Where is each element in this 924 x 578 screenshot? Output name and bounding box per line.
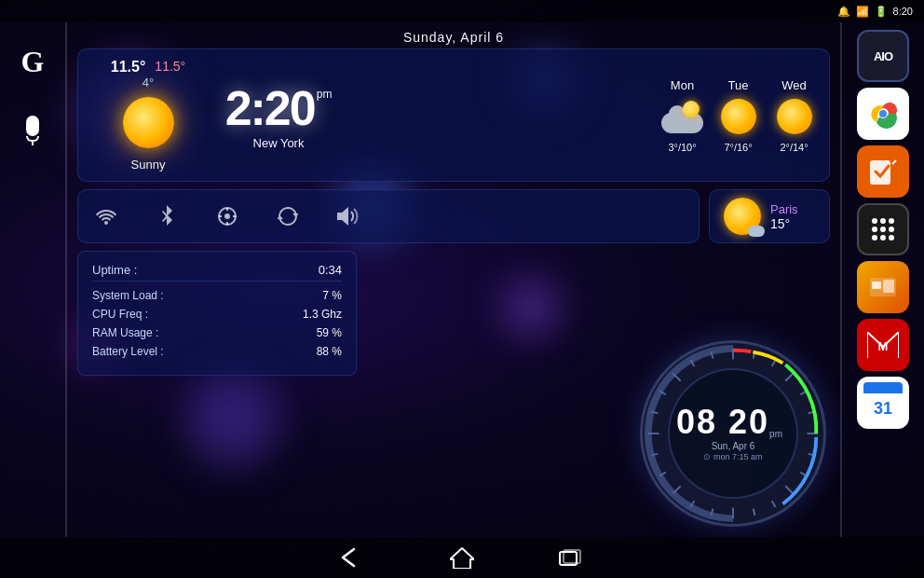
- sync-icon: [278, 206, 298, 227]
- svg-line-10: [785, 374, 793, 381]
- wifi-toggle[interactable]: [88, 198, 125, 235]
- paris-weather[interactable]: Paris 15°: [709, 189, 830, 243]
- sync-toggle[interactable]: [269, 198, 306, 235]
- feels-like-temp: 4°: [143, 76, 154, 89]
- gmail-icon: M: [867, 332, 899, 358]
- mon-temp: 3°/10°: [668, 142, 696, 153]
- condition-label: Sunny: [131, 158, 166, 172]
- analog-clock-alarm: ⊙ mon 7:15 am: [703, 452, 762, 461]
- svg-point-44: [880, 235, 886, 241]
- wed-icon: [773, 96, 815, 138]
- date-header: Sunday, April 6: [77, 30, 830, 45]
- clock-digits: 2:20: [225, 80, 315, 136]
- google-search-button[interactable]: G: [12, 41, 53, 82]
- aio-icon: AIO: [874, 49, 892, 63]
- ram-usage-value: 59 %: [317, 326, 342, 339]
- analog-clock-date: Sun, Apr 6: [712, 441, 755, 451]
- controls-row: Paris 15°: [77, 189, 830, 243]
- svg-point-34: [879, 110, 887, 117]
- cpu-freq-row: CPU Freq : 1.3 Ghz: [92, 308, 342, 321]
- bluetooth-icon: [159, 205, 174, 227]
- analog-clock-ampm: pm: [769, 429, 782, 439]
- alarm-icon: 🔔: [837, 6, 850, 18]
- analog-clock-outer: 08 20 pm Sun, Apr 6 ⊙ mon 7:15 am: [640, 340, 826, 527]
- forecast-section: Mon 3°/10° Tue 7°/16° Wed: [353, 78, 815, 153]
- mon-label: Mon: [671, 78, 694, 92]
- location-icon: [217, 206, 238, 227]
- svg-point-38: [880, 218, 886, 224]
- svg-rect-55: [863, 390, 903, 393]
- battery-icon: 🔋: [875, 6, 888, 18]
- chrome-icon: [867, 98, 899, 130]
- volume-toggle[interactable]: [330, 198, 367, 235]
- system-load-label: System Load :: [92, 289, 164, 302]
- clock-ampm: pm: [317, 88, 333, 101]
- google-icon: G: [21, 45, 45, 79]
- svg-point-42: [889, 227, 894, 232]
- forecast-tue: Tue 7°/16°: [717, 78, 759, 153]
- bottom-navigation: [0, 537, 924, 578]
- current-weather-icon: [116, 89, 181, 155]
- tasks-icon: [868, 157, 898, 186]
- svg-point-39: [889, 218, 894, 224]
- battery-level-label: Battery Level :: [92, 345, 164, 358]
- back-button[interactable]: [337, 541, 371, 574]
- recents-button[interactable]: [553, 541, 587, 574]
- forecast-mon: Mon 3°/10°: [661, 78, 703, 153]
- right-sidebar: AIO: [842, 22, 924, 537]
- tasks-app-button[interactable]: [857, 145, 909, 198]
- voice-search-button[interactable]: [12, 110, 53, 151]
- paris-temp: 15°: [770, 216, 798, 231]
- clock-inner-face: 08 20 pm Sun, Apr 6 ⊙ mon 7:15 am: [668, 368, 798, 499]
- battery-level-row: Battery Level : 88 %: [92, 345, 342, 358]
- svg-point-41: [880, 227, 886, 232]
- quick-controls: [77, 189, 700, 243]
- home-button[interactable]: [445, 541, 479, 574]
- svg-line-36: [892, 160, 896, 164]
- gmail-app-button[interactable]: M: [857, 319, 909, 371]
- forecast-wed: Wed 2°/14°: [773, 78, 815, 153]
- paris-cloud: [748, 226, 765, 237]
- status-icons: 🔔 📶 🔋 8:20: [837, 6, 913, 18]
- svg-text:M: M: [878, 339, 889, 353]
- bluetooth-toggle[interactable]: [148, 198, 185, 235]
- svg-marker-57: [450, 548, 474, 569]
- photos-app-button[interactable]: [857, 261, 909, 313]
- paris-info: Paris 15°: [770, 202, 798, 231]
- chrome-app-button[interactable]: [857, 88, 909, 140]
- calendar-icon: 31: [863, 382, 903, 423]
- svg-rect-47: [872, 282, 881, 289]
- svg-marker-6: [337, 207, 348, 226]
- apps-drawer-button[interactable]: [857, 203, 909, 255]
- cpu-freq-label: CPU Freq :: [92, 308, 148, 321]
- microphone-icon: [23, 116, 42, 145]
- volume-icon: [337, 207, 360, 226]
- system-load-value: 7 %: [322, 289, 342, 302]
- svg-point-40: [872, 227, 877, 232]
- analog-clock-time: 08 20: [676, 406, 769, 439]
- svg-point-45: [889, 235, 894, 241]
- location-toggle[interactable]: [209, 198, 246, 235]
- clock-location: New York: [253, 136, 305, 150]
- svg-rect-48: [883, 280, 894, 293]
- temp-row: 11.5° 11.5°: [111, 59, 185, 76]
- photos-icon: [868, 272, 898, 302]
- calendar-app-button[interactable]: 31: [857, 377, 909, 429]
- wed-temp: 2°/14°: [780, 142, 808, 153]
- left-divider: [65, 22, 67, 537]
- mon-icon: [661, 96, 703, 138]
- left-sidebar: G: [0, 22, 65, 537]
- wifi-icon: [95, 208, 117, 225]
- system-stats-widget: Uptime : 0:34 System Load : 7 % CPU Freq…: [77, 251, 357, 376]
- ram-usage-row: RAM Usage : 59 %: [92, 326, 342, 339]
- paris-city: Paris: [770, 202, 798, 216]
- status-bar: 🔔 📶 🔋 8:20: [0, 0, 924, 22]
- svg-point-43: [872, 235, 877, 241]
- cpu-freq-value: 1.3 Ghz: [303, 308, 342, 321]
- svg-point-1: [224, 213, 230, 219]
- back-icon: [341, 547, 367, 568]
- tue-temp: 7°/16°: [724, 142, 752, 153]
- current-weather: 11.5° 11.5° 4° Sunny: [92, 59, 204, 172]
- wifi-status-icon: 📶: [856, 6, 869, 18]
- aio-app-button[interactable]: AIO: [857, 30, 909, 82]
